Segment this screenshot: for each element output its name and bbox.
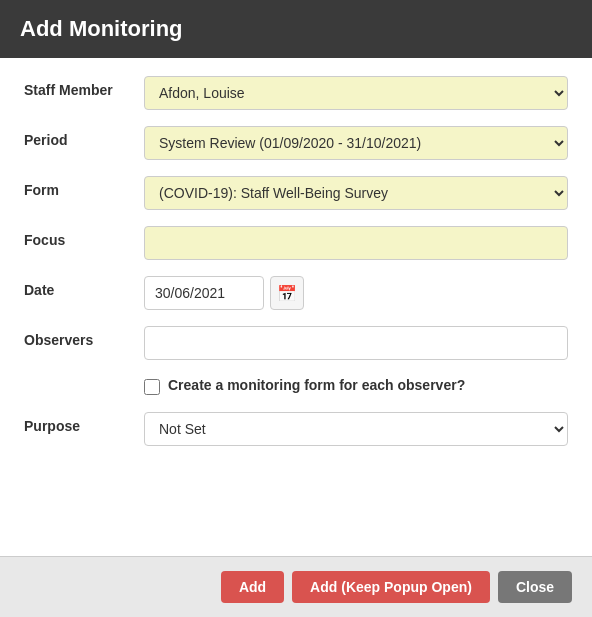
- purpose-row: Purpose Not Set: [24, 412, 568, 446]
- add-keep-open-button[interactable]: Add (Keep Popup Open): [292, 571, 490, 603]
- staff-member-label: Staff Member: [24, 76, 144, 98]
- observers-input[interactable]: [144, 326, 568, 360]
- add-monitoring-modal: Add Monitoring Staff Member Afdon, Louis…: [0, 0, 592, 617]
- focus-label: Focus: [24, 226, 144, 248]
- date-row: Date 📅: [24, 276, 568, 310]
- staff-member-select[interactable]: Afdon, Louise: [144, 76, 568, 110]
- period-control: System Review (01/09/2020 - 31/10/2021): [144, 126, 568, 160]
- checkbox-row: Create a monitoring form for each observ…: [24, 376, 568, 396]
- calendar-button[interactable]: 📅: [270, 276, 304, 310]
- focus-row: Focus: [24, 226, 568, 260]
- modal-footer: Add Add (Keep Popup Open) Close: [0, 556, 592, 617]
- modal-header: Add Monitoring: [0, 0, 592, 58]
- date-label: Date: [24, 276, 144, 298]
- observers-control: [144, 326, 568, 360]
- form-label: Form: [24, 176, 144, 198]
- staff-member-row: Staff Member Afdon, Louise: [24, 76, 568, 110]
- date-wrap: 📅: [144, 276, 568, 310]
- close-button[interactable]: Close: [498, 571, 572, 603]
- form-control: (COVID-19): Staff Well-Being Survey: [144, 176, 568, 210]
- modal-title: Add Monitoring: [20, 16, 572, 42]
- modal-body: Staff Member Afdon, Louise Period System…: [0, 58, 592, 556]
- focus-input[interactable]: [144, 226, 568, 260]
- calendar-icon: 📅: [277, 284, 297, 303]
- create-form-checkbox[interactable]: [144, 379, 160, 395]
- focus-control: [144, 226, 568, 260]
- form-select[interactable]: (COVID-19): Staff Well-Being Survey: [144, 176, 568, 210]
- staff-member-control: Afdon, Louise: [144, 76, 568, 110]
- period-row: Period System Review (01/09/2020 - 31/10…: [24, 126, 568, 160]
- date-input[interactable]: [144, 276, 264, 310]
- purpose-select[interactable]: Not Set: [144, 412, 568, 446]
- observers-row: Observers: [24, 326, 568, 360]
- observers-label: Observers: [24, 326, 144, 348]
- period-select[interactable]: System Review (01/09/2020 - 31/10/2021): [144, 126, 568, 160]
- purpose-control: Not Set: [144, 412, 568, 446]
- add-button[interactable]: Add: [221, 571, 284, 603]
- purpose-label: Purpose: [24, 412, 144, 434]
- checkbox-label: Create a monitoring form for each observ…: [168, 376, 465, 396]
- date-control: 📅: [144, 276, 568, 310]
- period-label: Period: [24, 126, 144, 148]
- form-row: Form (COVID-19): Staff Well-Being Survey: [24, 176, 568, 210]
